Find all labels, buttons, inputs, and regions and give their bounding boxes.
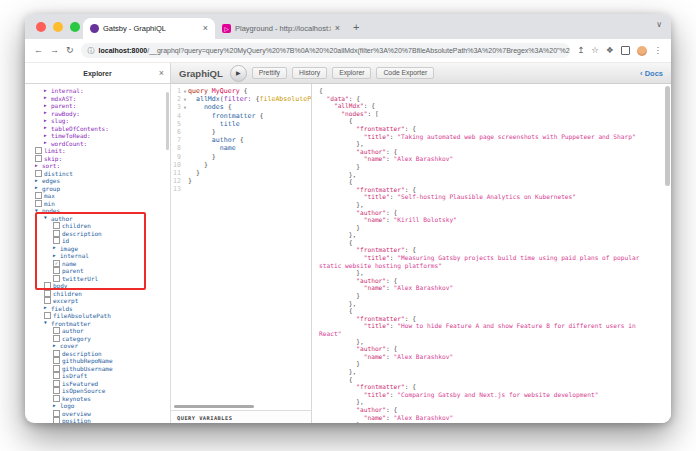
query-variables-bar[interactable]: QUERY VARIABLES	[171, 410, 311, 423]
menu-icon[interactable]: ⋮	[654, 46, 663, 55]
checkbox[interactable]	[35, 147, 42, 154]
execute-query-button[interactable]: ▶	[230, 65, 247, 82]
checkbox[interactable]	[53, 417, 60, 423]
explorer-item-edges[interactable]: ▶edges	[25, 177, 170, 185]
explorer-item-logo[interactable]: ▶logo	[25, 402, 170, 410]
share-icon[interactable]: ↥	[577, 46, 584, 55]
back-icon[interactable]: ←	[34, 46, 43, 55]
explorer-item-distinct[interactable]: distinct	[25, 170, 170, 178]
editor-line[interactable]: 8 name	[171, 144, 311, 152]
editor-line[interactable]: 5 title	[171, 120, 311, 128]
forward-icon[interactable]: →	[50, 46, 59, 55]
editor-line[interactable]: 6 }	[171, 128, 311, 136]
editor-line[interactable]: 10 }	[171, 161, 311, 169]
editor-line[interactable]: 1▼query MyQuery {	[171, 87, 311, 95]
expand-arrow-icon[interactable]: ▶	[44, 111, 51, 116]
explorer-item-githubRepoName[interactable]: githubRepoName	[25, 357, 170, 365]
editor-horizontal-scrollbar[interactable]	[174, 405, 254, 409]
explorer-scrollbar[interactable]	[166, 92, 169, 150]
expand-arrow-icon[interactable]: ▶	[44, 126, 51, 131]
explorer-item-rawBody[interactable]: ▶rawBody:	[25, 110, 170, 118]
explorer-item-githubUsername[interactable]: githubUsername	[25, 365, 170, 373]
query-editor[interactable]: 1▼query MyQuery {2▼ allMdx(filter: {file…	[171, 84, 312, 423]
checkbox[interactable]	[53, 365, 60, 372]
reload-icon[interactable]: ↻	[66, 46, 74, 55]
explorer-button[interactable]: Explorer	[332, 67, 371, 80]
explorer-item-cover[interactable]: ▶cover	[25, 342, 170, 350]
explorer-item-children[interactable]: children	[25, 290, 170, 298]
explorer-item-isFeatured[interactable]: isFeatured	[25, 380, 170, 388]
prettify-button[interactable]: Prettify	[252, 67, 287, 80]
expand-arrow-icon[interactable]: ▶	[44, 104, 51, 109]
explorer-item-limit[interactable]: limit:	[25, 147, 170, 155]
expand-arrow-icon[interactable]: ▶	[44, 119, 51, 124]
new-tab-button[interactable]: +	[353, 21, 359, 33]
checkbox[interactable]	[53, 350, 60, 357]
close-tab-icon[interactable]: ×	[203, 24, 208, 33]
page-info-icon[interactable]: ⓘ	[88, 46, 95, 56]
editor-line[interactable]: 7 author {	[171, 136, 311, 144]
checkbox[interactable]	[53, 395, 60, 402]
collapse-arrow-icon[interactable]: ▼	[44, 321, 51, 326]
editor-line[interactable]: 4 frontmatter {	[171, 112, 311, 120]
explorer-item-min[interactable]: min	[25, 200, 170, 208]
explorer-item-author[interactable]: author	[25, 327, 170, 335]
checkbox[interactable]	[35, 155, 42, 162]
editor-line[interactable]: 2▼ allMdx(filter: {fileAbsolutePath:	[171, 95, 311, 103]
zoom-window-button[interactable]	[70, 22, 80, 32]
checkbox[interactable]	[53, 335, 60, 342]
explorer-item-frontmatter[interactable]: ▼frontmatter	[25, 320, 170, 328]
history-button[interactable]: History	[292, 67, 327, 80]
explorer-item-skip[interactable]: skip:	[25, 155, 170, 163]
extensions-icon[interactable]: ❖	[606, 46, 614, 55]
checkbox[interactable]	[35, 200, 42, 207]
checkbox[interactable]	[53, 327, 60, 334]
explorer-item-keynotes[interactable]: keynotes	[25, 395, 170, 403]
explorer-item-internal[interactable]: ▶internal:	[25, 87, 170, 95]
explorer-item-mdxAST[interactable]: ▶mdxAST:	[25, 95, 170, 103]
explorer-item-excerpt[interactable]: excerpt	[25, 297, 170, 305]
expand-arrow-icon[interactable]: ▶	[53, 404, 60, 409]
explorer-item-isOpenSource[interactable]: isOpenSource	[25, 387, 170, 395]
checkbox[interactable]	[35, 192, 42, 199]
expand-arrow-icon[interactable]: ▶	[35, 164, 42, 169]
checkbox[interactable]	[53, 410, 60, 417]
checkbox[interactable]	[53, 380, 60, 387]
expand-arrow-icon[interactable]: ▶	[44, 141, 51, 146]
explorer-item-description[interactable]: description	[25, 350, 170, 358]
code-exporter-button[interactable]: Code Exporter	[376, 67, 434, 80]
explorer-item-max[interactable]: max	[25, 192, 170, 200]
expand-arrow-icon[interactable]: ▶	[44, 89, 51, 94]
explorer-item-fields[interactable]: ▶fields	[25, 305, 170, 313]
minimize-window-button[interactable]	[53, 22, 63, 32]
tab-playground[interactable]: ▷ Playground - http://localhost:8 ×	[215, 18, 347, 39]
expand-arrow-icon[interactable]: ▶	[35, 179, 42, 184]
profile-avatar[interactable]	[637, 46, 647, 56]
tab-gatsby-graphiql[interactable]: Gatsby - GraphiQL ×	[83, 18, 215, 39]
explorer-item-category[interactable]: category	[25, 335, 170, 343]
explorer-item-position[interactable]: position	[25, 417, 170, 423]
explorer-item-slug[interactable]: ▶slug:	[25, 117, 170, 125]
explorer-item-tableOfContents[interactable]: ▶tableOfContents:	[25, 125, 170, 133]
close-window-button[interactable]	[36, 22, 46, 32]
explorer-item-timeToRead[interactable]: ▶timeToRead:	[25, 132, 170, 140]
checkbox[interactable]	[53, 357, 60, 364]
expand-arrow-icon[interactable]: ▶	[35, 186, 42, 191]
checkbox[interactable]	[35, 170, 42, 177]
editor-line[interactable]: 9 }	[171, 153, 311, 161]
expand-arrow-icon[interactable]: ▶	[44, 134, 51, 139]
explorer-item-group[interactable]: ▶group	[25, 185, 170, 193]
docs-button[interactable]: ‹ Docs	[640, 69, 663, 78]
expand-arrow-icon[interactable]: ▶	[44, 306, 51, 311]
explorer-item-overview[interactable]: overview	[25, 410, 170, 418]
expand-arrow-icon[interactable]: ▶	[44, 96, 51, 101]
address-input[interactable]: ⓘ localhost:8000/__graphql?query=query%2…	[81, 43, 571, 58]
result-scrollbar[interactable]	[665, 86, 670, 186]
checkbox[interactable]	[44, 297, 51, 304]
explorer-item-sort[interactable]: ▶sort:	[25, 162, 170, 170]
explorer-item-wordCount[interactable]: ▶wordCount:	[25, 140, 170, 148]
checkbox[interactable]	[44, 312, 51, 319]
explorer-item-fileAbsolutePath[interactable]: fileAbsolutePath	[25, 312, 170, 320]
side-panel-icon[interactable]	[621, 46, 630, 55]
expand-arrow-icon[interactable]: ▶	[53, 344, 60, 349]
